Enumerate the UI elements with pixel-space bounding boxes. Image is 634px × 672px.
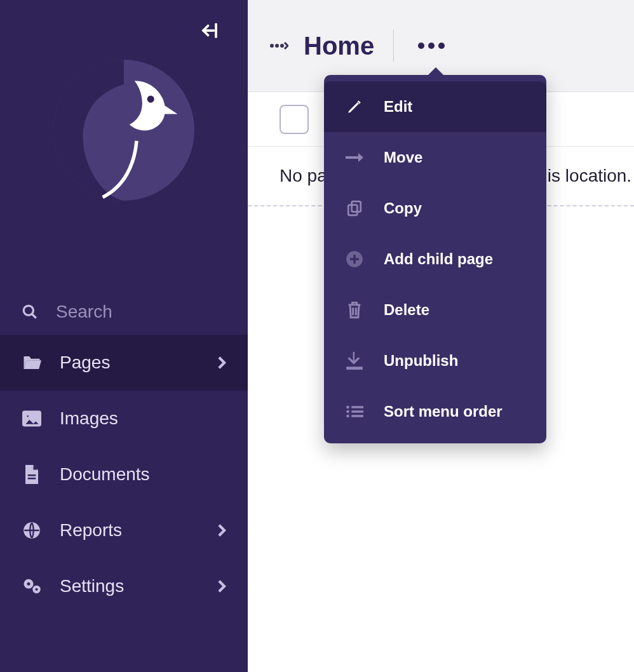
action-label: Edit	[384, 98, 412, 116]
sidebar-item-label: Pages	[60, 353, 199, 373]
action-edit[interactable]: Edit	[324, 81, 546, 132]
chevron-right-icon	[217, 523, 226, 537]
chevron-right-icon	[217, 356, 226, 370]
select-all-checkbox[interactable]	[280, 105, 309, 134]
action-sort[interactable]: Sort menu order	[324, 386, 546, 437]
svg-point-3	[147, 96, 154, 103]
action-add-child[interactable]: Add child page	[324, 234, 546, 285]
action-unpublish[interactable]: Unpublish	[324, 335, 546, 386]
sidebar: Pages Images	[0, 0, 248, 672]
svg-rect-27	[351, 410, 363, 413]
svg-rect-9	[28, 478, 36, 480]
svg-point-26	[346, 410, 349, 413]
action-label: Unpublish	[384, 352, 458, 370]
action-copy[interactable]: Copy	[324, 183, 546, 234]
svg-rect-23	[346, 366, 363, 370]
divider	[393, 30, 394, 62]
svg-point-7	[26, 415, 29, 418]
copy-icon	[344, 200, 365, 217]
sidebar-item-reports[interactable]: Reports	[0, 502, 248, 558]
list-icon	[344, 405, 365, 419]
svg-line-5	[32, 314, 36, 318]
sidebar-item-settings[interactable]: Settings	[0, 558, 248, 614]
svg-point-24	[346, 406, 349, 409]
svg-point-15	[270, 44, 274, 48]
svg-point-4	[24, 306, 33, 315]
action-label: Add child page	[384, 250, 493, 268]
plus-circle-icon	[344, 250, 365, 268]
arrow-right-icon	[344, 152, 365, 163]
image-icon	[22, 410, 42, 427]
breadcrumb-expand-button[interactable]	[269, 36, 288, 55]
action-label: Sort menu order	[384, 403, 502, 420]
svg-rect-25	[351, 406, 363, 408]
sidebar-item-images[interactable]: Images	[0, 391, 248, 447]
svg-point-16	[275, 44, 279, 48]
svg-point-28	[346, 415, 349, 418]
page-actions-menu: Edit Move Copy Add child page Delete	[324, 75, 546, 443]
action-label: Move	[384, 149, 422, 166]
sidebar-item-documents[interactable]: Documents	[0, 447, 248, 502]
svg-rect-29	[351, 415, 363, 417]
sidebar-search	[0, 289, 248, 335]
page-title: Home	[304, 32, 374, 60]
action-move[interactable]: Move	[324, 132, 546, 183]
svg-rect-18	[352, 201, 361, 212]
chevron-right-icon	[217, 579, 226, 593]
sidebar-item-label: Settings	[60, 576, 199, 596]
search-icon	[22, 304, 38, 320]
svg-rect-19	[348, 205, 357, 215]
svg-point-12	[27, 582, 30, 586]
sidebar-item-pages[interactable]: Pages	[0, 335, 248, 391]
folder-open-icon	[22, 354, 42, 371]
svg-rect-8	[28, 474, 36, 476]
svg-point-14	[36, 588, 38, 591]
trash-icon	[344, 301, 365, 319]
action-label: Delete	[384, 301, 429, 319]
sidebar-item-label: Images	[60, 408, 226, 429]
action-delete[interactable]: Delete	[324, 285, 546, 335]
download-icon	[344, 352, 365, 370]
sidebar-nav: Pages Images	[0, 335, 248, 614]
pencil-icon	[344, 98, 365, 115]
action-label: Copy	[384, 199, 422, 217]
file-icon	[22, 465, 42, 484]
collapse-sidebar-button[interactable]	[197, 18, 222, 43]
gears-icon	[22, 577, 42, 595]
svg-point-17	[280, 44, 284, 48]
page-actions-button[interactable]	[413, 37, 450, 54]
wagtail-logo	[53, 60, 194, 201]
sidebar-item-label: Documents	[60, 464, 226, 485]
globe-icon	[22, 521, 42, 539]
sidebar-item-label: Reports	[60, 520, 199, 541]
